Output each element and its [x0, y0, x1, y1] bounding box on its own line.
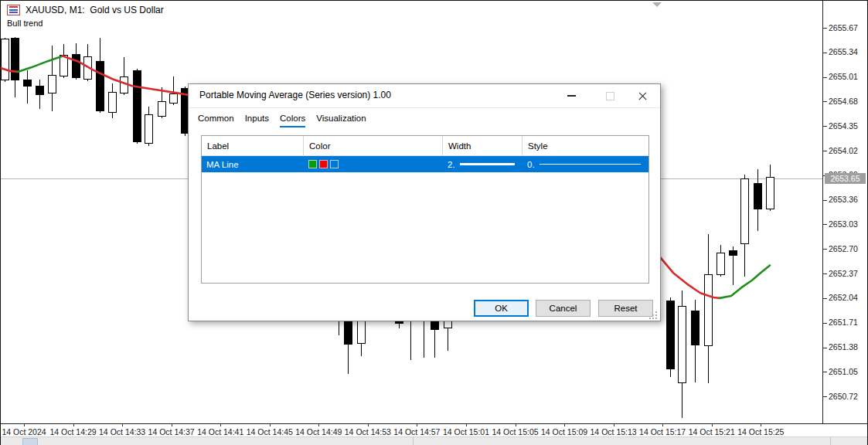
time-tick-label: 14 Oct 15:13 [591, 427, 637, 437]
candlestick-body [666, 301, 675, 370]
price-tick-label: 2653.03 [829, 219, 858, 229]
time-tick-label: 14 Oct 2024 [2, 427, 46, 437]
column-header-color[interactable]: Color [304, 136, 443, 155]
width-preview-line [460, 163, 515, 165]
bottom-bar [1, 437, 868, 445]
candlestick-body [120, 76, 128, 93]
tab-visualization[interactable]: Visualization [316, 114, 366, 127]
chart-tab[interactable] [22, 438, 38, 445]
candlestick-body [169, 93, 178, 104]
column-header-style[interactable]: Style [523, 136, 648, 155]
candlestick-body [145, 114, 153, 144]
time-tick-label: 14 Oct 14:33 [99, 427, 145, 437]
bottom-bar-divider [413, 437, 414, 445]
row-color-swatches[interactable] [304, 156, 443, 172]
candlestick-body [108, 92, 117, 113]
cancel-button[interactable]: Cancel [536, 300, 591, 317]
price-tick-label: 2654.35 [829, 121, 858, 131]
row-style-cell[interactable]: 0. [523, 156, 648, 172]
dialog-title: Portable Moving Average (Series version)… [199, 90, 391, 100]
resize-grip-icon[interactable] [649, 311, 651, 313]
candlestick-body [60, 55, 68, 76]
time-tick-label: 14 Oct 15:05 [492, 427, 538, 437]
time-tick-label: 14 Oct 14:37 [148, 427, 195, 437]
candlestick-body [72, 54, 80, 78]
candlestick-body [133, 70, 141, 143]
time-tick-label: 14 Oct 14:57 [393, 427, 440, 437]
time-axis-line [1, 423, 868, 424]
candlestick-body [754, 183, 762, 210]
candlestick-body [48, 75, 56, 93]
candlestick-body [691, 311, 700, 345]
time-tick-label: 14 Oct 14:29 [49, 427, 96, 437]
time-tick-label: 14 Oct 14:45 [247, 427, 293, 437]
dialog-tabs: CommonInputsColorsVisualization [198, 114, 366, 127]
properties-table: Label Color Width Style MA Line 2. 0. [201, 135, 649, 284]
price-tick-label: 2655.34 [829, 47, 858, 56]
mt5-chart-window: 2655.672655.342655.012654.682654.352654.… [0, 0, 868, 445]
row-width-cell[interactable]: 2. [443, 156, 523, 172]
maximize-button [597, 84, 623, 107]
price-tick-label: 2655.01 [829, 72, 858, 81]
style-value: 0. [527, 160, 535, 169]
price-tick-label: 2651.71 [829, 318, 858, 327]
dialog-titlebar[interactable]: Portable Moving Average (Series version)… [189, 84, 660, 108]
time-tick-label: 14 Oct 15:17 [639, 427, 686, 437]
candlestick-body [1, 39, 9, 80]
candlestick-body [678, 306, 686, 383]
width-value: 2. [448, 160, 455, 169]
candlestick-body [704, 274, 713, 346]
price-tick-label: 2654.02 [829, 146, 858, 155]
column-header-width[interactable]: Width [443, 136, 523, 155]
close-button[interactable] [629, 84, 655, 107]
price-tick-label: 2652.04 [829, 293, 858, 302]
price-tick-label: 2655.67 [829, 23, 858, 32]
price-tick-label: 2651.38 [829, 342, 858, 352]
time-tick-label: 14 Oct 15:21 [689, 427, 735, 437]
maximize-icon [606, 92, 614, 100]
price-tick-label: 2652.37 [829, 269, 858, 278]
candlestick-body [766, 177, 774, 209]
ok-button[interactable]: OK [474, 300, 529, 317]
indicator-properties-dialog: Portable Moving Average (Series version)… [188, 83, 661, 321]
tab-colors[interactable]: Colors [280, 114, 305, 127]
price-tick-label: 2650.72 [829, 392, 858, 401]
indicator-label: Bull trend [7, 19, 43, 28]
candlestick-wick [27, 70, 28, 104]
tab-common[interactable]: Common [198, 114, 234, 127]
time-tick-label: 14 Oct 14:53 [345, 427, 391, 437]
chevron-down-icon[interactable] [652, 2, 662, 7]
minimize-icon [567, 95, 576, 97]
row-label: MA Line [202, 156, 304, 172]
color-swatch-down-color[interactable] [319, 160, 328, 168]
chart-symbol-title: XAUUSD, M1: Gold vs US Dollar [26, 5, 164, 15]
price-axis-line [822, 1, 823, 423]
reset-button[interactable]: Reset [598, 300, 653, 317]
time-tick-label: 14 Oct 15:25 [737, 427, 784, 437]
price-tick-label: 2652.70 [829, 244, 858, 253]
candlestick-body [717, 253, 725, 275]
style-preview-line [540, 164, 641, 165]
color-swatch-up-color[interactable] [308, 160, 317, 168]
close-icon [638, 91, 648, 101]
column-header-label[interactable]: Label [202, 136, 304, 155]
time-tick-label: 14 Oct 14:49 [295, 427, 342, 437]
price-tick-label: 2653.36 [829, 195, 858, 204]
price-tick-label: 2654.68 [829, 97, 858, 106]
time-tick-label: 14 Oct 15:01 [443, 427, 489, 437]
candlestick-body [11, 38, 19, 80]
dialog-buttons: OK Cancel Reset [189, 300, 662, 317]
color-swatch-none-color[interactable] [330, 160, 339, 168]
candlestick-body [23, 80, 32, 87]
indicator-list-icon[interactable] [7, 5, 20, 15]
table-row-ma-line[interactable]: MA Line 2. 0. [202, 156, 648, 172]
candlestick-body [36, 86, 44, 95]
minimize-button[interactable] [558, 84, 584, 107]
bottom-bar-divider [830, 437, 831, 445]
tab-inputs[interactable]: Inputs [245, 114, 269, 127]
table-header-row: Label Color Width Style [202, 136, 648, 156]
candlestick-body [729, 250, 737, 256]
ma-segment-green [18, 56, 63, 72]
time-tick-label: 14 Oct 14:41 [197, 427, 243, 437]
current-price-badge: 2653.65 [825, 173, 866, 184]
